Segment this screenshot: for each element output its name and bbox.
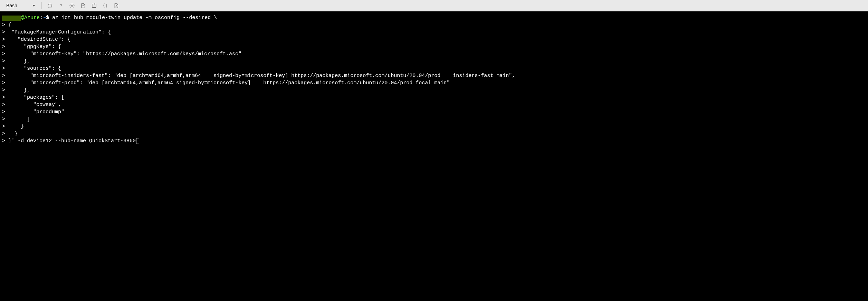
help-icon — [58, 3, 64, 9]
braces-icon — [102, 3, 108, 9]
svg-point-5 — [116, 5, 117, 7]
svg-rect-4 — [92, 4, 96, 7]
redacted-username — [2, 16, 21, 21]
command-continuation: }, — [5, 58, 30, 64]
preview-icon — [113, 3, 119, 9]
continuation-marker: > — [2, 138, 5, 144]
command-text: az iot hub module-twin update -m osconfi… — [52, 15, 217, 21]
svg-point-2 — [61, 7, 61, 7]
command-continuation: } — [5, 124, 24, 129]
shell-selector[interactable]: Bash — [3, 2, 38, 9]
prompt-path: ~ — [43, 15, 46, 21]
new-tab-icon — [91, 3, 97, 9]
continuation-marker: > — [2, 87, 5, 93]
command-continuation: }, — [5, 87, 30, 93]
continuation-marker: > — [2, 109, 5, 115]
cloud-shell-toolbar: Bash — [0, 0, 868, 11]
new-session-button[interactable] — [89, 1, 99, 10]
continuation-marker: > — [2, 22, 5, 28]
continuation-marker: > — [2, 51, 5, 57]
toolbar-divider — [41, 2, 42, 9]
chevron-down-icon — [32, 5, 35, 7]
continuation-marker: > — [2, 116, 5, 122]
web-preview-button[interactable] — [112, 1, 121, 10]
continuation-marker: > — [2, 102, 5, 108]
continuation-marker: > — [2, 44, 5, 50]
power-icon — [47, 3, 53, 9]
terminal-pane[interactable]: @Azure:~$ az iot hub module-twin update … — [0, 11, 868, 191]
command-continuation: "packages": [ — [5, 95, 64, 100]
continuation-marker: > — [2, 73, 5, 79]
continuation-marker: > — [2, 58, 5, 64]
command-continuation: "microsoft-insiders-fast": "deb [arch=am… — [5, 73, 515, 79]
command-continuation: }' -d device12 --hub-name QuickStart-386… — [5, 138, 136, 144]
prompt-dollar: $ — [46, 15, 52, 21]
continuation-marker: > — [2, 131, 5, 137]
command-continuation: { — [5, 22, 11, 28]
command-continuation: } — [5, 131, 18, 137]
terminal-cursor — [136, 138, 139, 144]
file-transfer-icon — [80, 3, 86, 9]
command-continuation: "desiredState": { — [5, 37, 70, 42]
continuation-marker: > — [2, 29, 5, 35]
continuation-marker: > — [2, 124, 5, 129]
command-continuation: "PackageManagerConfiguration": { — [5, 29, 111, 35]
command-continuation: "sources": { — [5, 66, 61, 71]
command-continuation: ] — [5, 116, 30, 122]
power-restart-button[interactable] — [45, 1, 55, 10]
settings-button[interactable] — [67, 1, 77, 10]
gear-icon — [69, 3, 75, 9]
command-continuation: "gpgKeys": { — [5, 44, 61, 50]
continuation-marker: > — [2, 37, 5, 42]
upload-download-button[interactable] — [78, 1, 88, 10]
shell-label: Bash — [6, 3, 17, 8]
command-continuation: "procdump" — [5, 109, 64, 115]
svg-point-3 — [71, 5, 73, 6]
command-continuation: "microsoft-key": "https://packages.micro… — [5, 51, 241, 57]
prompt-host: @Azure — [21, 15, 40, 21]
continuation-marker: > — [2, 95, 5, 100]
command-continuation: "cowsay", — [5, 102, 61, 108]
prompt-colon: : — [40, 15, 43, 21]
continuation-marker: > — [2, 66, 5, 71]
command-continuation: "microsoft-prod": "deb [arch=amd64,armhf… — [5, 80, 450, 86]
help-button[interactable] — [56, 1, 66, 10]
editor-button[interactable] — [101, 1, 110, 10]
continuation-marker: > — [2, 80, 5, 86]
